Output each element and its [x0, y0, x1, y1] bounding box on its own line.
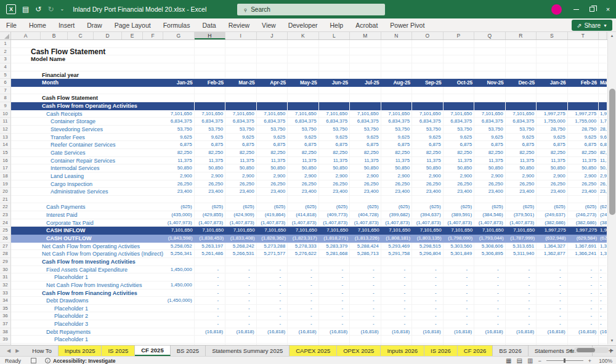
cell-Q27[interactable]: 5,308,606	[474, 243, 506, 250]
cell-M33[interactable]: -	[350, 289, 381, 297]
cell-T33[interactable]: -	[568, 289, 599, 297]
row-body-24[interactable]: Corporate Tax Paid(1,407,973)(1,407,873)…	[11, 219, 607, 227]
cell-L35[interactable]: -	[319, 305, 351, 312]
cell-U2[interactable]	[599, 48, 607, 55]
cell-Q18[interactable]: 2,900	[474, 172, 506, 180]
cell-J19[interactable]: 26,250	[257, 180, 288, 188]
cell-K15[interactable]: 82,250	[288, 149, 319, 156]
cell-I17[interactable]: 50,850	[225, 164, 257, 172]
cell-G1[interactable]	[163, 40, 195, 47]
cell-Q35[interactable]: -	[474, 305, 506, 312]
cell-Q39[interactable]	[474, 336, 506, 343]
cell-Q2[interactable]	[474, 48, 506, 55]
cell-Q31[interactable]: -	[474, 273, 506, 281]
cell-J39[interactable]	[257, 336, 288, 343]
cell-O25[interactable]: 7,101,650	[412, 227, 444, 235]
cell-Q25[interactable]: 7,101,650	[474, 227, 506, 235]
cell-N26[interactable]: (1,808,181)	[381, 235, 413, 243]
column-header-F[interactable]: F	[143, 32, 163, 39]
cell-R33[interactable]: -	[506, 289, 537, 297]
cell-R3[interactable]	[506, 55, 537, 63]
cell-I21[interactable]	[225, 196, 257, 203]
cell-U37[interactable]: -	[599, 320, 607, 328]
cell-S28[interactable]: 1,362,877	[537, 250, 568, 257]
ribbon-tab-power-pivot[interactable]: Power Pivot	[384, 18, 431, 31]
cell-K22[interactable]: (625)	[288, 203, 319, 211]
cell-O21[interactable]	[412, 196, 444, 203]
cell-U13[interactable]: 9,625	[599, 134, 607, 141]
cell-H39[interactable]	[195, 336, 226, 343]
cell-S14[interactable]: 6,875	[537, 141, 568, 148]
cell-I25[interactable]: 7,101,650	[225, 227, 257, 235]
cell-S39[interactable]	[537, 336, 568, 343]
zoom-in-button[interactable]: +	[588, 358, 591, 364]
cell-T31[interactable]: -	[568, 273, 599, 281]
row-body-6[interactable]: MonthJan-25Feb-25Mar-25Apr-25May-25Jun-2…	[11, 79, 607, 87]
cell-O7[interactable]	[412, 87, 444, 94]
cell-U38[interactable]: (16,818)	[599, 328, 607, 336]
minimize-button[interactable]	[568, 0, 584, 18]
cell-L36[interactable]: -	[319, 312, 351, 320]
cell-R5[interactable]	[506, 71, 537, 79]
row-body-12[interactable]: Stevedoring Services53,75053,75053,75053…	[11, 126, 607, 134]
cell-P38[interactable]: (16,818)	[444, 328, 475, 336]
cell-O27[interactable]: 5,298,515	[412, 243, 444, 250]
zoom-out-button[interactable]: −	[538, 358, 541, 364]
restore-button[interactable]	[584, 0, 600, 18]
cell-N32[interactable]: -	[381, 281, 413, 289]
cell-I16[interactable]: 11,375	[225, 157, 257, 164]
cell-T1[interactable]	[568, 40, 599, 47]
view-page-layout-button[interactable]: ▤	[517, 358, 522, 364]
row-body-9[interactable]: Cash Flow from Operating Activities	[11, 102, 607, 110]
row-header-39[interactable]: 39	[0, 336, 11, 344]
cell-N33[interactable]: -	[381, 289, 413, 297]
cell-K36[interactable]: -	[288, 312, 319, 320]
cell-S35[interactable]: -	[537, 305, 568, 312]
row-header-28[interactable]: 28	[0, 250, 11, 258]
cell-P8[interactable]	[444, 94, 475, 102]
row-header-8[interactable]: 8	[0, 94, 11, 102]
column-header-M[interactable]: M	[350, 32, 381, 39]
cell-J16[interactable]: 11,375	[257, 157, 288, 164]
cell-M18[interactable]: 2,900	[350, 172, 381, 180]
cell-T17[interactable]: 50,850	[568, 164, 599, 172]
cell-U36[interactable]: -	[599, 312, 607, 320]
cell-M8[interactable]	[350, 94, 381, 102]
row-header-25[interactable]: 25	[0, 227, 11, 235]
cell-S4[interactable]	[537, 63, 568, 71]
row-body-25[interactable]: CASH INFLOW7,101,6507,101,6507,101,6507,…	[11, 227, 607, 235]
row-header-26[interactable]: 26	[0, 235, 11, 243]
cell-O2[interactable]	[412, 48, 444, 55]
cell-R13[interactable]: 9,625	[506, 134, 537, 141]
cell-Q10[interactable]: 7,101,650	[474, 110, 506, 118]
cell-I31[interactable]: -	[225, 273, 257, 281]
cell-P15[interactable]: 82,250	[444, 149, 475, 156]
vertical-scrollbar[interactable]: ▲ ▼	[607, 32, 616, 344]
cell-M31[interactable]: -	[350, 273, 381, 281]
ribbon-tab-draw[interactable]: Draw	[81, 18, 108, 31]
cell-L24[interactable]: (1,407,873)	[319, 219, 351, 227]
sheet-tab-is-2025[interactable]: IS 2025	[102, 346, 135, 356]
cell-S27[interactable]: 1,364,327	[537, 243, 568, 250]
cell-I20[interactable]: 23,400	[225, 188, 257, 195]
row-header-16[interactable]: 16	[0, 157, 11, 165]
cell-T27[interactable]: 1,367,691	[568, 243, 599, 250]
sheet-tab-bs-2026[interactable]: BS 2026	[493, 346, 528, 356]
cell-J30[interactable]: -	[257, 266, 288, 273]
cell-U33[interactable]: -	[599, 289, 607, 297]
cell-Q24[interactable]: (1,407,873)	[474, 219, 506, 227]
ribbon-tab-review[interactable]: Review	[222, 18, 256, 31]
cell-L14[interactable]: 6,875	[319, 141, 351, 148]
cell-P26[interactable]: (1,798,090)	[444, 235, 475, 243]
cell-K25[interactable]: 7,101,650	[288, 227, 319, 235]
cell-O4[interactable]	[412, 63, 444, 71]
cell-S9[interactable]	[537, 102, 568, 110]
cell-R37[interactable]: -	[506, 320, 537, 328]
cell-K12[interactable]: 53,750	[288, 126, 319, 133]
cell-J34[interactable]: -	[257, 297, 288, 304]
ribbon-tab-developer[interactable]: Developer	[282, 18, 324, 31]
cell-P18[interactable]: 2,900	[444, 172, 475, 180]
view-normal-button[interactable]: ▦	[506, 358, 511, 364]
cell-U16[interactable]: 11,375	[599, 157, 607, 164]
cell-S10[interactable]: 1,997,275	[537, 110, 568, 118]
